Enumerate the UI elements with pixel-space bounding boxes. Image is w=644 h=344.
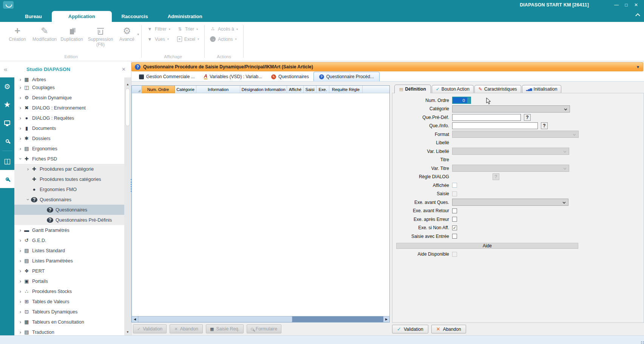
favorites-star-icon[interactable]: ★ [0,96,14,114]
que-pre-def-input[interactable] [452,114,521,121]
chevron-right-icon[interactable]: › [17,278,23,284]
menu-tab-application[interactable]: Application [52,11,112,22]
abandon-button-disabled[interactable]: ✕ Abandon [170,324,203,333]
saisie-req-button-disabled[interactable]: ▦ Saisie Req. [206,324,244,333]
modules-gear-icon[interactable]: ⚙ [0,77,14,96]
acces-a-dropdown-icon[interactable]: ▾ [236,28,238,31]
close-button[interactable]: ✕ [631,2,641,8]
tree-item[interactable]: › ❖ PERT [14,266,124,276]
chevron-right-icon[interactable]: › [17,258,23,264]
table-column-header[interactable]: Saisi [304,86,317,93]
sidebar-close-icon[interactable]: ✕ [120,66,127,72]
creation-button[interactable]: + Création [4,23,31,42]
tree-item[interactable]: › ⚙ Dessin Dynamique [14,93,124,103]
chevron-right-icon[interactable]: › [17,85,23,90]
table-column-header[interactable]: Désignation Information [240,86,287,93]
duplication-button[interactable]: Duplication [58,23,85,42]
tree-item[interactable]: › ✚ Procédures par Catégorie [14,164,124,174]
tree-item[interactable]: › ▤ Traduction [14,327,124,335]
tree-scrollbar-thumb[interactable] [125,88,130,126]
chevron-right-icon[interactable]: › [17,309,23,315]
scroll-up-icon[interactable]: ▲ [126,83,129,86]
doc-tab-questionnaire-procedure[interactable]: ? Questionnaire Procéd... [314,72,380,81]
chevron-right-icon[interactable]: › [17,329,23,335]
doc-tab-variables[interactable]: A Variables (VSD) : Variab... [199,72,267,81]
tree-item[interactable]: › ✚ Fiches PSD [14,154,124,164]
tree-item[interactable]: ● Ergonomies FMO [14,184,124,194]
tree-item[interactable]: › ✖ DIALOG : Environnement [14,103,124,113]
excel-button[interactable]: X Excel ▾ [177,36,199,42]
trier-button[interactable]: ⇅ Trier ▾ [177,26,199,32]
que-info-input[interactable] [452,122,538,129]
affichee-checkbox[interactable] [452,183,457,188]
table-body-empty[interactable] [132,93,389,316]
formulaire-button-disabled[interactable]: Formulaire [247,324,281,333]
tree-item[interactable]: › ⊞ Tables de Valeurs [14,296,124,307]
chevron-right-icon[interactable]: › [17,95,23,100]
chevron-right-icon[interactable]: › [17,77,23,82]
context-dropdown-icon[interactable]: ▼ [636,65,640,69]
columns-icon[interactable]: ◫ [0,152,14,170]
excel-dropdown-icon[interactable]: ▾ [198,37,199,41]
tree-item[interactable]: › ✱ Dossiers [14,133,124,143]
explorer-search-icon[interactable] [0,170,14,188]
saisie-avec-entree-checkbox[interactable] [452,234,457,239]
tree-item[interactable]: › ▤ Listes Standard [14,245,124,256]
sidebar-collapse-icon[interactable]: « [4,66,14,73]
doc-tab-questionnaires[interactable]: ✎ Questionnaires [267,72,314,81]
ribbon-collapse-chevron-icon[interactable] [636,13,639,16]
table-column-header[interactable]: Num. Ordre [142,86,175,93]
chevron-right-icon[interactable]: › [17,288,23,294]
tree-item[interactable]: › ▤ Ergonomies [14,143,124,154]
tree-item[interactable]: ? Questionnaires [14,205,124,215]
tab-initialisation[interactable]: ▂▄▆ Initialisation [522,85,562,93]
menu-tab-bureau[interactable]: Bureau [15,11,52,22]
chevron-right-icon[interactable]: › [17,268,23,274]
select-all-cell[interactable] [132,86,142,93]
exe-avant-ques-select[interactable] [452,199,568,206]
avance-button[interactable]: ⚙ Avancé ▾ [116,23,138,42]
tree-item[interactable]: › ↺ G.E.D. [14,235,124,245]
chevron-down-icon[interactable]: › [18,156,23,162]
chevron-down-icon[interactable]: › [25,197,31,203]
validation-button-disabled[interactable]: ✓ Validation [133,324,167,333]
vues-dropdown-icon[interactable]: ▾ [167,37,169,41]
resize-grip-icon[interactable] [641,341,642,342]
chevron-right-icon[interactable]: › [17,115,23,121]
tree-item[interactable]: › ▦ Tableurs en Consultation [14,317,124,327]
chevron-right-icon[interactable]: › [17,238,23,243]
categorie-select[interactable] [452,105,570,113]
exe-avant-retour-checkbox[interactable] [452,208,457,213]
panel-validation-button[interactable]: ✓ Validation [392,325,428,333]
table-column-header[interactable]: Catégorie [175,86,196,93]
actions-dropdown-icon[interactable]: ▾ [235,37,236,41]
exe-si-non-aff-checkbox-checked[interactable]: ✓ [452,225,457,230]
panel-abandon-button[interactable]: ✕ Abandon [431,325,466,333]
table-column-header[interactable]: Information [196,86,240,93]
table-column-header[interactable]: Exe. [317,86,329,93]
chevron-right-icon[interactable]: › [25,166,31,172]
vues-button[interactable]: ▼ Vues ▾ [147,36,170,42]
tree-item[interactable]: › ⊡ Tableurs Dynamiques [14,307,124,317]
search-icon[interactable] [0,132,14,150]
scroll-right-icon[interactable]: ▶ [383,316,389,322]
minimize-button[interactable]: — [612,2,621,8]
filtrer-button[interactable]: ▼ Filtrer ▾ [147,26,170,32]
menu-tab-administration[interactable]: Administration [158,11,212,22]
tree-item[interactable]: › ▣ Portails [14,276,124,286]
chevron-right-icon[interactable]: › [17,146,23,151]
num-ordre-input[interactable]: 0 [452,97,471,104]
actions-button[interactable]: → Actions ▾ [210,36,238,42]
scroll-down-icon[interactable]: ▼ [126,330,129,334]
maximize-button[interactable]: □ [621,2,631,8]
acces-a-button[interactable]: ∴ Accès à ▾ [210,26,238,32]
chevron-right-icon[interactable]: › [17,136,23,141]
tree-item[interactable]: ✚ Procédures toutes catégories [14,174,124,184]
tree-item[interactable]: › ● DIALOG : Requêtes [14,113,124,123]
tree-item[interactable]: › ? Questionnaires [14,194,124,205]
exe-apres-erreur-checkbox[interactable] [452,217,457,222]
table-column-header[interactable]: Affiché [287,86,304,93]
que-pre-def-help-button[interactable]: ? [524,114,531,121]
tree-scrollbar[interactable]: ▲ ▼ [124,77,131,335]
avance-dropdown-icon[interactable]: ▾ [137,32,139,36]
